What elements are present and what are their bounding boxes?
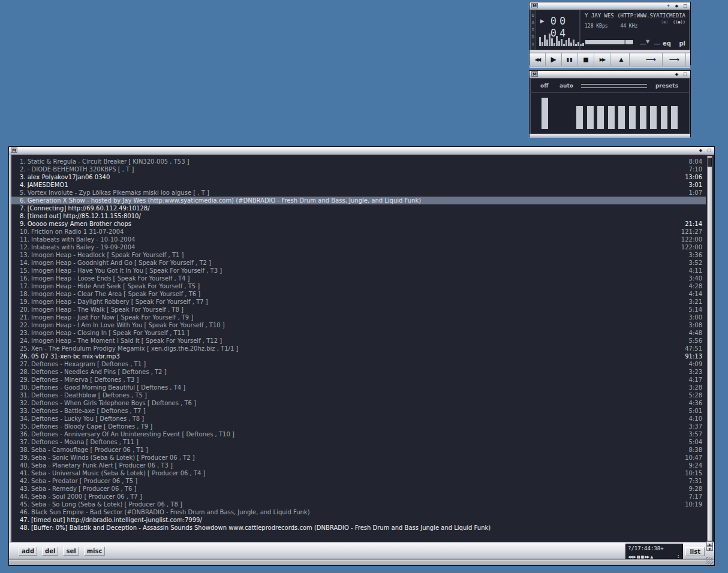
playlist-row[interactable]: 1. Static & Rregula - Circuit Breaker [ … xyxy=(11,158,706,165)
playlist-row[interactable]: 19. Imogen Heap - Daylight Robbery [ Spe… xyxy=(11,298,706,306)
pause-button[interactable]: ▮▮ xyxy=(562,53,578,66)
playlist-row[interactable]: 20. Imogen Heap - The Walk [ Speak For Y… xyxy=(11,306,706,313)
eq-band-slider-10[interactable] xyxy=(671,106,678,129)
mini-play-button[interactable]: ▶ xyxy=(633,554,636,559)
playlist-row[interactable]: 21. Imogen Heap - Just For Now [ Speak F… xyxy=(11,313,706,321)
eq-band-slider-4[interactable] xyxy=(608,106,615,129)
eq-band-slider-3[interactable] xyxy=(597,106,604,129)
playlist-row[interactable]: 47. [timed out] http://dnbradio.intellig… xyxy=(11,516,706,524)
eq-titlebar[interactable]: M ◆□ xyxy=(530,71,690,79)
playlist-row[interactable]: 22. Imogen Heap - I Am In Love With You … xyxy=(11,321,706,329)
mini-pause-button[interactable]: ▮▮ xyxy=(637,554,640,559)
eq-presets-button[interactable]: presets xyxy=(655,83,678,89)
playlist-row[interactable]: 36. Deftones - Anniversary Of An Uninter… xyxy=(11,430,706,438)
playlist-window[interactable]: M ◆□ 1. Static & Rregula - Circuit Break… xyxy=(8,146,715,566)
playlist-titlebar[interactable]: M ◆□ xyxy=(9,147,714,155)
playlist-row[interactable]: 25. Xen - The Pendulum Prodigy Megamix [… xyxy=(11,345,706,352)
playlist-row[interactable]: 12. Intabeats with Bailey - 19-09-200412… xyxy=(11,243,706,251)
mini-next-button[interactable]: ▶▶ xyxy=(645,554,649,559)
arrow-right-2-button[interactable]: ⟶ xyxy=(663,53,686,66)
playlist-row[interactable]: 2. - DIODE-BEHEMOTH 320KBPS [ , T ]7:10 xyxy=(11,165,706,173)
playlist-row[interactable]: 30. Deftones - Good Morning Beautiful [ … xyxy=(11,384,706,391)
minimize-button[interactable]: + xyxy=(666,3,671,9)
eq-band-slider-1[interactable] xyxy=(576,106,583,129)
playlist-row[interactable]: 35. Deftones - Bloody Cape [ Deftones , … xyxy=(11,423,706,430)
misc-button[interactable]: misc xyxy=(84,547,106,556)
equalizer-window[interactable]: M ◆□ off auto presets xyxy=(529,70,691,137)
playlist-row[interactable]: 15. Imogen Heap - Have You Got It In You… xyxy=(11,267,706,275)
sel-button[interactable]: sel xyxy=(63,547,79,556)
playlist-row[interactable]: 23. Imogen Heap - Closing In [ Speak For… xyxy=(11,329,706,337)
pl-toggle-button[interactable]: pl xyxy=(679,40,685,47)
balance-thumb-icon[interactable]: ▼ xyxy=(646,39,649,44)
playlist-scrollbar[interactable] xyxy=(707,156,712,541)
playlist-row[interactable]: 10. Friction on Radio 1 31-07-2004121:27 xyxy=(11,228,706,236)
eq-band-slider-7[interactable] xyxy=(640,106,646,129)
playlist-row[interactable]: 16. Imogen Heap - Loose Ends [ Speak For… xyxy=(11,275,706,282)
playlist-row[interactable]: 13. Imogen Heap - Headlock [ Speak For Y… xyxy=(11,251,706,259)
eq-band-slider-8[interactable] xyxy=(650,106,657,129)
playlist-row[interactable]: 34. Deftones - Lucky You [ Deftones , T8… xyxy=(11,415,706,423)
playlist-row[interactable]: 32. Deftones - When Girls Telephone Boys… xyxy=(11,399,706,407)
next-button[interactable]: ▶▶ xyxy=(594,53,610,66)
close-button[interactable]: □ xyxy=(682,3,688,9)
main-titlebar[interactable]: M +◆□ xyxy=(530,2,690,10)
clutterbar-d-button[interactable]: D xyxy=(532,34,534,41)
playlist-row[interactable]: 14. Imogen Heap - Goodnight And Go [ Spe… xyxy=(11,259,706,267)
playlist-row[interactable]: 45. Seba - So Long (Seba & Lotek) [ Prod… xyxy=(11,500,706,508)
shade-button[interactable]: ◆ xyxy=(698,147,703,153)
play-button[interactable]: ▶ xyxy=(546,53,562,66)
eq-band-slider-2[interactable] xyxy=(587,106,594,129)
scroll-up-icon[interactable]: ▲ xyxy=(706,541,713,546)
shade-button[interactable]: ◆ xyxy=(674,71,679,77)
add-button[interactable]: add xyxy=(19,547,37,556)
previous-button[interactable]: ◀◀ xyxy=(530,53,546,66)
track-title-marquee[interactable]: Y JAY WES (HTTP:WWW.SYATICMEDIA xyxy=(585,13,685,19)
playlist-row[interactable]: 38. Seba - Camouflage [ Producer 06 , T1… xyxy=(11,446,706,454)
eq-auto-button[interactable]: auto xyxy=(559,83,573,89)
eq-toggle-button[interactable]: eq xyxy=(663,40,671,47)
playlist-row[interactable]: 41. Seba - Universal Music (Seba & Lotek… xyxy=(11,469,706,477)
playlist-row[interactable]: 48. [Buffer: 0%] Balistik and Deception … xyxy=(11,524,706,532)
volume-slider[interactable] xyxy=(585,40,634,45)
playlist-row[interactable]: 8. [timed out] http://85.12.11.155:8010/ xyxy=(11,212,706,220)
mini-eject-button[interactable]: ▲ xyxy=(650,554,652,559)
playlist-row[interactable]: 39. Seba - Sonic Winds (Seba & Lotek) [ … xyxy=(11,454,706,462)
playlist-row[interactable]: 40. Seba - Planetary Funk Alert [ Produc… xyxy=(11,462,706,469)
stop-button[interactable]: ■ xyxy=(578,53,594,66)
playlist-row[interactable]: 37. Deftones - Moana [ Deftones , T11 ]5… xyxy=(11,438,706,446)
playlist-menu-icon[interactable]: M xyxy=(11,147,17,153)
eq-band-slider-5[interactable] xyxy=(618,106,625,129)
playlist-row[interactable]: 3. alex Polyakov17Jan06 034013:06 xyxy=(11,173,706,181)
scroll-down-icon[interactable]: ▼ xyxy=(706,546,713,551)
playlist-row[interactable]: 24. Imogen Heap - The Moment I Said It [… xyxy=(11,337,706,345)
playlist-row[interactable]: 42. Seba - Predator [ Producer 06 , T5 ]… xyxy=(11,477,706,485)
eq-off-button[interactable]: off xyxy=(540,83,548,89)
playlist-row[interactable]: 33. Deftones - Battle-axe [ Deftones , T… xyxy=(11,407,706,415)
close-button[interactable]: □ xyxy=(682,71,688,77)
playlist-row[interactable]: 27. Deftones - Hexagram [ Deftones , T1 … xyxy=(11,360,706,368)
resize-grip[interactable] xyxy=(706,557,714,565)
mini-previous-button[interactable]: ◀◀ xyxy=(628,554,632,559)
list-button[interactable]: list xyxy=(685,547,705,556)
close-button[interactable]: □ xyxy=(706,147,712,153)
playlist-row[interactable]: 4. JAMESDEMO13:01 xyxy=(11,181,706,189)
eject-button[interactable]: ▲ xyxy=(613,53,630,66)
clutterbar[interactable]: OAIDV xyxy=(531,10,536,50)
eq-band-slider-9[interactable] xyxy=(661,106,667,129)
clutterbar-a-button[interactable]: A xyxy=(532,19,534,26)
del-button[interactable]: del xyxy=(42,547,58,556)
eq-preamp-slider[interactable] xyxy=(542,98,548,129)
shade-button[interactable]: ◆ xyxy=(674,3,679,9)
playlist-row[interactable]: 44. Seba - Soul 2000 [ Producer 06 , T7 … xyxy=(11,493,706,500)
playlist-row[interactable]: 9. Ooooo messy Amen Brother chops21:14 xyxy=(11,220,706,228)
playlist-row[interactable]: 18. Imogen Heap - Clear The Area [ Speak… xyxy=(11,290,706,298)
playlist-row[interactable]: 29. Deftones - Minerva [ Deftones , T3 ]… xyxy=(11,376,706,384)
eq-menu-icon[interactable]: M xyxy=(531,71,538,77)
eq-band-slider-6[interactable] xyxy=(629,106,636,129)
clutterbar-v-button[interactable]: V xyxy=(532,41,534,48)
playlist-row[interactable]: 28. Deftones - Needles And Pins [ Defton… xyxy=(11,368,706,376)
playlist-row[interactable]: 31. Deftones - Deathblow [ Deftones , T5… xyxy=(11,391,706,399)
clutterbar-o-button[interactable]: O xyxy=(532,12,534,19)
arrow-right-1-button[interactable]: ⟶ xyxy=(639,53,663,66)
